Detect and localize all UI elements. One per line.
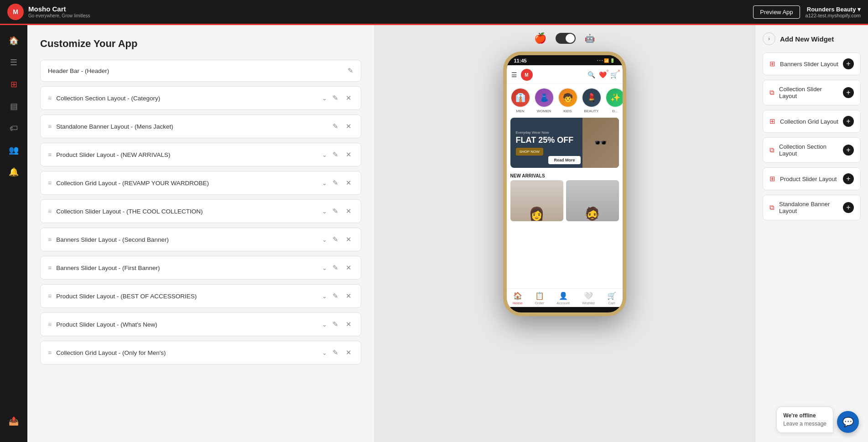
sidebar-item-notifications[interactable]: 🔔 [4,162,24,182]
add-collection-slider-button[interactable]: + [843,87,854,98]
expand-panel-button[interactable]: › [763,32,775,45]
search-icon[interactable]: 🔍 [587,71,595,78]
chevron-down-icon[interactable]: ⌄ [322,321,327,328]
drag-handle-icon[interactable]: ≡ [48,151,52,158]
chevron-down-icon[interactable]: ⌄ [322,208,327,215]
phone-banner: Everyday Wear Now FLAT 25% OFF SHOP NOW … [510,118,619,168]
nav-account[interactable]: 👤 Account [556,291,570,305]
drag-handle-icon[interactable]: ≡ [48,349,52,356]
nav-wishlist[interactable]: 🤍 Wishlist [582,291,595,305]
sidebar-item-export[interactable]: 📤 [4,411,24,431]
banners-slider-label: Banners Slider Layout [780,61,838,68]
widget-item-collection-grid-men: ≡ Collection Grid Layout - (Only for Men… [40,341,361,364]
right-panel-title: Add New Widget [780,35,834,43]
widget-actions: ⌄ ✎ ✕ [322,291,353,301]
chevron-down-icon[interactable]: ⌄ [322,95,327,102]
widget-delete-button[interactable]: ✕ [344,348,353,358]
product-card-man[interactable]: 🧔 [566,180,619,221]
widget-delete-button[interactable]: ✕ [344,150,353,160]
product-card-woman[interactable]: 👩 [510,180,563,221]
category-kids[interactable]: 🧒 KIDS [558,88,578,113]
widget-delete-button[interactable]: ✕ [344,319,353,329]
widget-delete-button[interactable]: ✕ [344,263,353,273]
drag-handle-icon[interactable]: ≡ [48,123,52,130]
drag-handle-icon[interactable]: ≡ [48,264,52,271]
nav-cart[interactable]: 🛒 Cart [607,291,616,305]
add-collection-section-button[interactable]: + [843,145,854,156]
chevron-down-icon[interactable]: ⌄ [322,349,327,356]
widget-edit-button[interactable]: ✎ [331,348,340,358]
sidebar-item-menu[interactable]: ☰ [4,52,24,73]
widget-edit-button[interactable]: ✎ [331,263,340,273]
widget-delete-button[interactable]: ✕ [344,178,353,188]
add-collection-grid-option[interactable]: ⊞ Collection Grid Layout + [763,110,861,133]
widget-edit-button[interactable]: ✎ [331,291,340,301]
os-toggle-switch[interactable] [556,33,576,44]
widget-item-product-slider-whatsnew: ≡ Product Slider Layout - (What's New) ⌄… [40,312,361,336]
sidebar-item-tags[interactable]: 🏷 [4,118,24,138]
brand-name: Mosho Cart [28,5,90,13]
android-icon[interactable]: 🤖 [585,33,595,43]
banner-shop-button[interactable]: SHOP NOW [516,148,543,156]
widget-edit-button[interactable]: ✎ [331,93,340,103]
sidebar-item-widgets[interactable]: ⊞ [4,74,24,94]
widget-delete-button[interactable]: ✕ [344,206,353,216]
chevron-down-icon[interactable]: ⌄ [322,180,327,187]
category-more[interactable]: ✨ D... [605,88,623,113]
widget-header-edit-button[interactable]: ✎ [348,67,353,75]
preview-app-button[interactable]: Preview App [753,5,800,19]
add-standalone-banner-option[interactable]: ⧉ Standalone Banner Layout + [763,195,861,220]
widget-edit-button[interactable]: ✎ [331,319,340,329]
drag-handle-icon[interactable]: ≡ [48,179,52,187]
widget-label: Collection Section Layout - (Category) [56,95,317,102]
widget-edit-button[interactable]: ✎ [331,234,340,244]
wishlist-icon[interactable]: ❤️0 [599,71,607,78]
add-collection-grid-button[interactable]: + [843,116,854,127]
add-product-slider-option[interactable]: ⊞ Product Slider Layout + [763,167,861,190]
add-banners-slider-option[interactable]: ⊞ Banners Slider Layout + [763,52,861,75]
hamburger-icon[interactable]: ☰ [511,71,517,78]
category-men[interactable]: 👔 MEN [510,88,530,113]
widget-delete-button[interactable]: ✕ [344,121,353,131]
widget-edit-button[interactable]: ✎ [331,206,340,216]
drag-handle-icon[interactable]: ≡ [48,292,52,300]
widget-delete-button[interactable]: ✕ [344,291,353,301]
topbar: M Mosho Cart Go everywhere, Grow limitle… [0,0,868,24]
widget-edit-button[interactable]: ✎ [331,178,340,188]
chevron-down-icon[interactable]: ⌄ [322,265,327,271]
drag-handle-icon[interactable]: ≡ [48,94,52,102]
add-product-slider-button[interactable]: + [843,173,854,184]
add-collection-section-option[interactable]: ⧉ Collection Section Layout + [763,137,861,163]
add-banners-slider-button[interactable]: + [843,58,854,69]
add-collection-slider-option[interactable]: ⧉ Collection Slider Layout + [763,80,861,105]
nav-order[interactable]: 📋 Order [535,291,544,305]
nav-wishlist-label: Wishlist [582,301,595,305]
read-more-button[interactable]: Read More [548,156,580,164]
category-beauty[interactable]: 💄 BEAUTY [582,88,602,113]
category-women[interactable]: 👗 WOMEN [534,88,554,113]
sidebar-item-users[interactable]: 👥 [4,140,24,160]
add-standalone-banner-button[interactable]: + [843,202,854,213]
chevron-down-icon[interactable]: ⌄ [322,236,327,243]
phone-header-left: ☰ M [511,69,533,81]
store-name[interactable]: Rounders Beauty ▾ [806,6,861,13]
drag-handle-icon[interactable]: ≡ [48,236,52,243]
chevron-down-icon[interactable]: ⌄ [322,293,327,300]
widget-delete-button[interactable]: ✕ [344,93,353,103]
chevron-down-icon[interactable]: ⌄ [322,151,327,158]
widget-delete-button[interactable]: ✕ [344,234,353,244]
cart-icon[interactable]: 🛒8 [610,71,618,78]
drag-handle-icon[interactable]: ≡ [48,208,52,215]
drag-handle-icon[interactable]: ≡ [48,321,52,328]
sidebar-item-home[interactable]: 🏠 [4,31,24,51]
chat-open-button[interactable]: 💬 [837,411,859,433]
widget-edit-button[interactable]: ✎ [331,150,340,160]
nav-home[interactable]: 🏠 Home [513,291,522,305]
logo-icon: M [7,4,24,20]
product-image-woman: 👩 [510,180,563,221]
apple-icon[interactable]: 🍎 [534,32,546,44]
sidebar-item-content[interactable]: ▤ [4,96,24,116]
account-icon: 👤 [559,291,568,300]
widget-actions: ⌄ ✎ ✕ [322,93,353,103]
widget-edit-button[interactable]: ✎ [331,121,340,131]
